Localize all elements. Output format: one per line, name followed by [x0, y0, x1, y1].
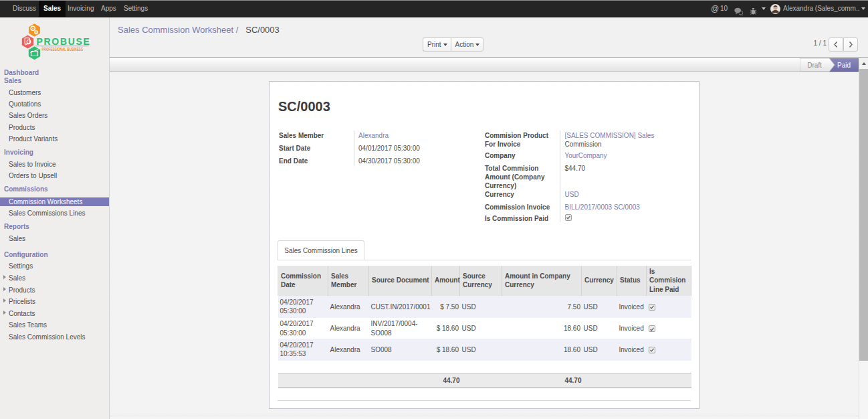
- svg-text:PROFESSIONAL BUSINESS: PROFESSIONAL BUSINESS: [42, 47, 84, 52]
- svg-text:Draft: Draft: [807, 62, 822, 69]
- svg-text:Paid: Paid: [837, 62, 851, 69]
- svg-text:PROBUSE: PROBUSE: [37, 36, 91, 47]
